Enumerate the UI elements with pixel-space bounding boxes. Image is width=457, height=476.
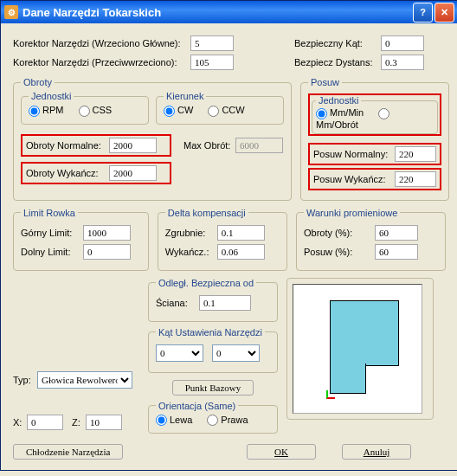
x-input[interactable] [27,415,63,430]
punkt-bazowy-button[interactable]: Punkt Bazowy [172,380,254,396]
warunki-legend: Warunki promieniowe [304,208,400,218]
posuw-legend: Posuw [308,77,342,87]
chlodzenie-button[interactable]: Chłodzenie Narzędzia [13,444,123,460]
obroty-pct-input[interactable] [375,225,418,241]
bezpieczny-kat-label: Bezpieczny Kąt: [294,38,381,48]
wykancz-input[interactable] [217,244,265,260]
prawa-radio[interactable]: Prawa [207,415,248,425]
ccw-radio[interactable]: CCW [208,105,244,115]
typ-label: Typ: [13,375,37,385]
gorny-limit-label: Górny Limit: [21,228,83,238]
zgrubnie-label: Zgrubnie: [165,228,217,238]
zgrubnie-input[interactable] [217,225,265,241]
korektor-glowne-label: Korektor Narzędzi (Wrzeciono Główne): [13,38,190,48]
korektor-glowne-input[interactable] [190,35,234,51]
kierunek-group: Kierunek CW CCW [156,91,284,125]
gorny-limit-input[interactable] [83,225,131,241]
posuw-normalny-label: Posuw Normalny: [313,149,395,159]
rpm-radio[interactable]: RPM [29,105,63,115]
cw-radio[interactable]: CW [164,105,193,115]
posuw-jednostki-legend: Jednostki [316,95,361,106]
posuw-pct-label: Posuw (%): [304,247,375,257]
typ-select[interactable]: Głowica Rewolwero [37,371,132,389]
kat-ustawienia-group: Kąt Ustawienia Narzędzi 0 0 [148,327,278,373]
tool-preview [293,284,422,414]
max-obrot-input [235,138,283,153]
warunki-group: Warunki promieniowe Obroty (%): Posuw (%… [296,208,446,271]
posuw-group: Posuw Jednostki Mm/Min Mm/Obrót Posuw No… [300,77,449,201]
titlebar: ⚙ Dane Narzędzi Tokarskich ? ✕ [1,1,457,23]
posuw-normalny-input[interactable] [395,146,436,162]
delta-group: Delta kompensacji Zgrubnie: Wykańcz.: [158,208,287,271]
anuluj-button[interactable]: Anuluj [342,444,411,460]
obroty-jednostki-group: Jednostki RPM CSS [21,91,149,125]
obroty-legend: Obroty [21,77,55,87]
help-button[interactable]: ? [413,3,433,23]
orientacja-group: Orientacja (Same) Lewa Prawa [148,401,278,434]
korektor-przeciw-input[interactable] [190,55,234,70]
preview-group [286,278,434,420]
obroty-pct-label: Obroty (%): [304,228,375,238]
limit-rowka-group: Limit Rowka Górny Limit: Dolny Limit: [13,208,149,271]
wykancz-label: Wykańcz.: [165,247,217,257]
kat-b-select[interactable]: 0 [212,344,260,362]
limit-rowka-legend: Limit Rowka [21,208,78,218]
obroty-normalne-label: Obroty Normalne: [26,140,109,151]
posuw-wykancz-input[interactable] [395,171,436,187]
z-input[interactable] [86,415,122,430]
bezpiecz-dystans-input[interactable] [381,55,424,70]
obroty-wykancz-input[interactable] [109,165,157,181]
app-icon: ⚙ [4,5,18,19]
korektor-przeciw-label: Korektor Narzędzi (Przeciwwrzeciono): [13,57,190,68]
odlegl-group: Odległ. Bezpieczna od Ściana: [148,278,278,322]
posuw-wykancz-label: Posuw Wykańcz: [313,174,395,184]
obroty-normalne-input[interactable] [109,138,157,153]
kierunek-legend: Kierunek [164,91,206,101]
kat-ustawienia-legend: Kąt Ustawienia Narzędzi [156,327,265,338]
dolny-limit-label: Dolny Limit: [21,247,83,257]
z-label: Z: [72,417,86,428]
kat-a-select[interactable]: 0 [156,344,203,362]
odlegl-legend: Odległ. Bezpieczna od [156,278,256,288]
dolny-limit-input[interactable] [83,244,131,260]
window-title: Dane Narzędzi Tokarskich [23,6,161,19]
sciana-label: Ściana: [156,298,199,308]
ok-button[interactable]: OK [247,444,316,460]
x-label: X: [13,417,27,428]
posuw-jednostki-group: Jednostki Mm/Min Mm/Obrót [312,95,438,134]
obroty-group: Obroty Jednostki RPM CSS Kierunek CW CCW [13,77,292,201]
bezpiecz-dystans-label: Bezpiecz Dystans: [294,57,381,68]
obroty-wykancz-label: Obroty Wykańcz: [26,168,109,178]
delta-legend: Delta kompensacji [165,208,248,218]
posuw-pct-input[interactable] [375,244,418,260]
bezpieczny-kat-input[interactable] [381,35,424,51]
mmmin-radio[interactable]: Mm/Min [316,107,364,118]
close-button[interactable]: ✕ [434,3,454,23]
orientacja-legend: Orientacja (Same) [156,401,238,411]
max-obrot-label: Max Obrót: [183,140,235,151]
obroty-jednostki-legend: Jednostki [29,91,74,101]
sciana-input[interactable] [199,295,251,311]
css-radio[interactable]: CSS [79,105,113,115]
lewa-radio[interactable]: Lewa [156,415,192,425]
